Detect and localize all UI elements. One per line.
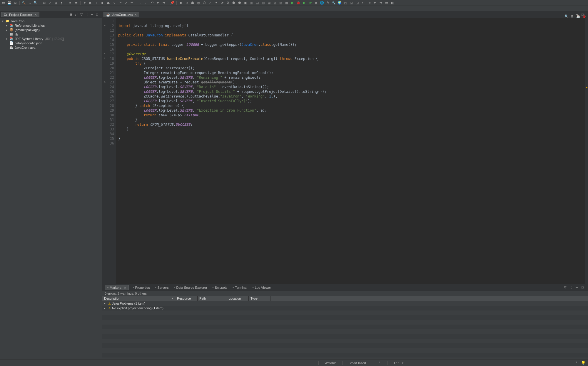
toolbar-back-icon[interactable]: ⇐ — [156, 1, 160, 5]
status-menu-icon[interactable]: ⋮ — [575, 361, 578, 365]
bottom-tab-log-viewer[interactable]: ▫Log Viewer — [251, 285, 272, 290]
toolbar-misc-icon[interactable]: ⇥ — [367, 1, 371, 5]
tree-expander-icon[interactable]: ▸ — [5, 24, 8, 27]
filter-icon[interactable]: ▽ — [80, 13, 84, 17]
toolbar-saveall-icon[interactable]: ⧉ — [13, 1, 18, 5]
toolbar-show-whitespace-icon[interactable]: ¶ — [59, 1, 64, 5]
gutter-markers[interactable]: ⊕▴•⚠ — [102, 18, 107, 284]
project-explorer-tab[interactable]: 🗀 Project Explorer ✕ — [1, 12, 39, 17]
toolbar-misc-icon[interactable]: ▧ — [273, 1, 277, 5]
toolbar-misc-icon[interactable]: ⇤ — [361, 1, 365, 5]
view-menu-icon[interactable]: ⋮ — [570, 286, 574, 289]
tree-item[interactable]: ▸📚JRE System Library [JRE [17.0.9]] — [0, 36, 102, 41]
toolbar-open-type-icon[interactable]: ⌕ — [27, 1, 32, 5]
tree-expander-icon[interactable]: ▾ — [1, 20, 4, 23]
column-location[interactable]: Location — [227, 296, 249, 301]
open-perspective-icon[interactable]: ⊞ — [570, 14, 574, 18]
toolbar-next-annotation-icon[interactable]: → — [138, 1, 143, 5]
toolbar-search-icon[interactable]: 🔍 — [33, 1, 38, 5]
toolbar-misc-icon[interactable]: ⬡ — [202, 1, 207, 5]
toolbar-suspend-icon[interactable]: ⏸ — [94, 1, 99, 5]
minimize-icon[interactable]: ─ — [91, 13, 95, 17]
toolbar-debug-icon[interactable]: 🐞 — [296, 1, 301, 5]
search-icon[interactable]: 🔍 — [564, 14, 569, 18]
toolbar-misc-icon[interactable]: ◧ — [390, 1, 395, 5]
bottom-tab-data-source-explorer[interactable]: ▫Data Source Explorer — [173, 285, 208, 290]
tree-item[interactable]: ▸📦(default package) — [0, 28, 102, 32]
expand-icon[interactable]: ▸ — [104, 302, 107, 305]
toolbar-misc-icon[interactable]: ⌂ — [208, 1, 213, 5]
sort-ascending-icon[interactable]: ▴ — [172, 297, 173, 300]
toolbar-misc-icon[interactable]: ▦ — [267, 1, 271, 5]
tree-expander-icon[interactable]: ▸ — [5, 37, 8, 40]
toolbar-misc-icon[interactable]: 🔧 — [331, 1, 336, 5]
code-editor[interactable]: ⊕▴•⚠ 12121314151617181920212223242526272… — [102, 18, 588, 284]
toolbar-misc-icon[interactable]: ◇ — [184, 1, 189, 5]
source-code-area[interactable]: import java.util.logging.Level;[] public… — [116, 18, 585, 284]
toolbar-step-return-icon[interactable]: ↗ — [123, 1, 128, 5]
problem-group-row[interactable]: ▸⚠No explicit project encoding (1 item) — [102, 306, 588, 310]
column-path[interactable]: Path — [198, 296, 227, 301]
toolbar-toggle-breadcrumb-icon[interactable]: ⊞ — [42, 1, 46, 5]
toolbar-misc-icon[interactable]: ✎ — [325, 1, 330, 5]
toolbar-forward-icon[interactable]: ⇒ — [161, 1, 166, 5]
toolbar-misc-icon[interactable]: ▤ — [255, 1, 260, 5]
bottom-tab-properties[interactable]: ▫Properties — [132, 285, 151, 290]
toolbar-misc-icon[interactable]: ⬢ — [231, 1, 236, 5]
toolbar-misc-icon[interactable]: ☗ — [190, 1, 195, 5]
toolbar-prev-annotation-icon[interactable]: ← — [144, 1, 148, 5]
bottom-tab-markers[interactable]: ▫Markers✕ — [105, 285, 129, 290]
toolbar-step-over-icon[interactable]: ↷ — [118, 1, 122, 5]
toolbar-annotation-next-icon[interactable]: ≣ — [74, 1, 78, 5]
toolbar-run-last-icon[interactable]: ⟳ — [308, 1, 313, 5]
view-menu-icon[interactable]: ⋮ — [86, 13, 90, 17]
toolbar-misc-icon[interactable]: ◆ — [178, 1, 183, 5]
toolbar-misc-icon[interactable]: ◫ — [249, 1, 254, 5]
toolbar-disconnect-icon[interactable]: ⏏ — [106, 1, 111, 5]
toolbar-terminate-icon[interactable]: ■ — [100, 1, 105, 5]
toolbar-annotation-prev-icon[interactable]: ≡ — [68, 1, 73, 5]
toolbar-misc-icon[interactable]: ◲ — [355, 1, 360, 5]
toolbar-misc-icon[interactable]: ⇒ — [378, 1, 383, 5]
toolbar-misc-icon[interactable]: ◱ — [349, 1, 354, 5]
collapse-all-icon[interactable]: ⊟ — [70, 13, 74, 17]
toolbar-misc-icon[interactable]: ⟳ — [220, 1, 224, 5]
toolbar-toggle-mark-icon[interactable]: ✓ — [48, 1, 52, 5]
toolbar-misc-icon[interactable]: ⬣ — [237, 1, 242, 5]
filter-icon[interactable]: ▽ — [564, 286, 568, 289]
status-menu-icon[interactable]: ⋮ — [372, 361, 387, 365]
close-icon[interactable]: ✕ — [34, 13, 37, 16]
bottom-tab-servers[interactable]: ▫Servers — [154, 285, 170, 290]
toolbar-misc-icon[interactable]: ✦ — [214, 1, 218, 5]
tree-item[interactable]: ▸📚Referenced Libraries — [0, 23, 102, 28]
bottom-tab-terminal[interactable]: ▫Terminal — [231, 285, 248, 290]
toolbar-misc-icon[interactable]: ◰ — [343, 1, 348, 5]
java-perspective-icon[interactable]: ☕ — [576, 14, 580, 18]
maximize-icon[interactable]: □ — [96, 13, 100, 17]
toolbar-new-icon[interactable]: ▭ — [1, 1, 6, 5]
toolbar-misc-icon[interactable]: ⇐ — [372, 1, 377, 5]
column-type[interactable]: Type — [249, 296, 270, 301]
editor-tab-javacron[interactable]: ☕ JavaCron.java ✕ — [103, 12, 139, 17]
problems-table-body[interactable]: ▸⚠Java Problems (1 item)▸⚠No explicit pr… — [102, 301, 588, 360]
tree-item[interactable]: ☕JavaCron.java — [0, 45, 102, 50]
toolbar-coverage-icon[interactable]: ▶ — [302, 1, 307, 5]
tree-item[interactable]: ▦lib — [0, 32, 102, 36]
toolbar-misc-icon[interactable]: ⚙ — [225, 1, 230, 5]
toolbar-misc-icon[interactable]: 🌐 — [320, 1, 324, 5]
toolbar-resume-icon[interactable]: ▶ — [88, 1, 93, 5]
toolbar-last-edit-icon[interactable]: ↶ — [150, 1, 154, 5]
project-tree[interactable]: ▾📁JavaCron▸📚Referenced Libraries▸📦(defau… — [0, 18, 102, 360]
link-editor-icon[interactable]: ⇄ — [75, 13, 79, 17]
maximize-icon[interactable]: □ — [582, 286, 586, 289]
toolbar-misc-icon[interactable]: ▨ — [278, 1, 283, 5]
debug-perspective-icon[interactable]: 🐞 — [582, 14, 586, 18]
close-icon[interactable]: ✕ — [134, 13, 137, 16]
minimize-icon[interactable]: ─ — [576, 286, 580, 289]
tip-bulb-icon[interactable]: 💡 — [578, 361, 586, 365]
toolbar-misc-icon[interactable]: 🌍 — [337, 1, 342, 5]
toolbar-block-selection-icon[interactable]: ▦ — [54, 1, 58, 5]
toolbar-step-into-icon[interactable]: ↘ — [112, 1, 116, 5]
tree-item[interactable]: ▾📁JavaCron — [0, 19, 102, 23]
expand-icon[interactable]: ▸ — [104, 307, 107, 310]
